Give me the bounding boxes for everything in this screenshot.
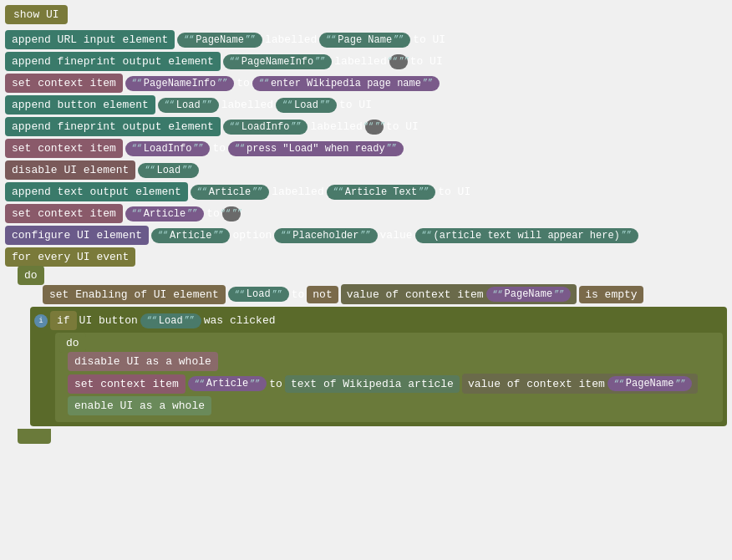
press-load-pill[interactable]: press "Load" when ready xyxy=(228,141,404,156)
set-enabling-block[interactable]: set Enabling of UI element xyxy=(43,285,226,304)
article-cfg-pill[interactable]: Article xyxy=(151,228,230,243)
append-fp2-text: append fineprint output element xyxy=(12,120,214,133)
to-ui-kw2: to UI xyxy=(410,55,443,68)
if-label-block: if xyxy=(50,311,77,330)
set-ctx1-row: set context item PageNameInfo to enter W… xyxy=(5,74,727,93)
is-empty-block[interactable]: is empty xyxy=(579,286,643,303)
if-header-row: i if UI button Load was clicked xyxy=(34,311,723,330)
append-txt-text: append text output element xyxy=(12,186,181,198)
set-ctx3-text: set context item xyxy=(12,207,116,220)
enable-whole-block[interactable]: enable UI as a whole xyxy=(68,396,211,415)
pagename-ctx-pill[interactable]: PageName xyxy=(486,287,572,302)
append-fp1-row: append fineprint output element PageName… xyxy=(5,52,727,71)
loadinfo-key-pill[interactable]: LoadInfo xyxy=(125,141,211,156)
empty-label2-pill[interactable] xyxy=(365,120,384,135)
placeholder-pill[interactable]: Placeholder xyxy=(274,228,377,243)
to-ui-kw5: to UI xyxy=(438,186,470,198)
set-ctx2-block[interactable]: set context item xyxy=(5,139,123,158)
set-ctx1-text: set context item xyxy=(12,77,116,89)
append-url-block[interactable]: append URL input element xyxy=(5,30,175,49)
load-disable-pill[interactable]: Load xyxy=(138,163,199,178)
append-fp2-row: append fineprint output element LoadInfo… xyxy=(5,117,727,136)
to-kw-enabling: to xyxy=(292,288,305,301)
pagenameinfoinfo-key-pill[interactable]: PageNameInfo xyxy=(125,76,234,91)
disable-el-block[interactable]: disable UI element xyxy=(5,160,135,180)
to-kw2: to xyxy=(212,142,226,155)
article-ctx-pill[interactable]: Article xyxy=(188,376,267,391)
set-enabling-text: set Enabling of UI element xyxy=(49,288,219,301)
value-of-text: value of context item xyxy=(347,288,484,301)
if-circle-icon: i xyxy=(34,314,48,328)
to-kw-article: to xyxy=(269,378,282,390)
set-ctx-article-row: set context item Article to text of Wiki… xyxy=(68,374,719,394)
if-container: i if UI button Load was clicked do disab… xyxy=(30,307,727,426)
value-kw: value xyxy=(380,229,413,242)
labelled-kw5: labelled xyxy=(272,186,323,198)
append-fp1-block[interactable]: append fineprint output element xyxy=(5,52,221,71)
append-btn-block[interactable]: append button element xyxy=(5,95,155,115)
value-of-pagename-block[interactable]: value of context item PageName xyxy=(462,374,698,394)
text-of-block[interactable]: text of Wikipedia article xyxy=(285,375,460,393)
for-every-block[interactable]: for every UI event xyxy=(5,247,135,267)
set-ctx2-row: set context item LoadInfo to press "Load… xyxy=(5,139,727,158)
labelled-kw4: labelled xyxy=(310,120,362,133)
outer-do-wrapper: do set Enabling of UI element Load to no… xyxy=(18,269,727,426)
article-key-pill[interactable]: Article xyxy=(125,206,204,221)
enter-wp-pill[interactable]: enter Wikipedia page name xyxy=(252,76,440,91)
show-ui-block[interactable]: show UI xyxy=(5,5,68,24)
append-fp1-text: append fineprint output element xyxy=(12,55,214,68)
load-enabling-pill[interactable]: Load xyxy=(228,287,289,302)
labelled-kw: labelled xyxy=(265,33,317,46)
labelled-kw3: labelled xyxy=(221,99,273,111)
article-text-label-pill[interactable]: Article Text xyxy=(327,185,435,200)
show-ui-row: show UI xyxy=(5,5,727,28)
labelled-kw2: labelled xyxy=(334,55,386,68)
append-btn-row: append button element Load labelled Load… xyxy=(5,95,727,115)
pagename-pill[interactable]: PageName xyxy=(177,33,262,48)
load-btn-pill[interactable]: Load xyxy=(140,313,201,328)
do-label-block: do xyxy=(18,266,44,285)
append-fp2-block[interactable]: append fineprint output element xyxy=(5,117,221,136)
disable-whole-row: disable UI as a whole xyxy=(68,352,719,371)
set-enabling-row: set Enabling of UI element Load to not v… xyxy=(43,284,727,304)
to-kw3: to xyxy=(206,207,220,220)
value-of-block[interactable]: value of context item PageName xyxy=(341,284,577,304)
ui-btn-text: UI button xyxy=(79,314,138,327)
disable-el-text: disable UI element xyxy=(12,164,129,176)
empty-label-pill[interactable] xyxy=(389,54,408,69)
enable-whole-row: enable UI as a whole xyxy=(68,396,719,415)
not-block[interactable]: not xyxy=(307,286,338,303)
pagename-ctx2-pill[interactable]: PageName xyxy=(607,376,693,391)
configure-block[interactable]: configure UI element xyxy=(5,226,149,245)
to-ui-kw: to UI xyxy=(413,33,445,46)
value-of-pagename-text: value of context item xyxy=(468,378,605,390)
pagenameinfoinfo-pill[interactable]: PageNameInfo xyxy=(223,54,332,69)
to-ui-kw4: to UI xyxy=(386,120,419,133)
to-kw1: to xyxy=(236,77,250,89)
page-name-label-pill[interactable]: Page Name xyxy=(319,33,410,48)
article-pill[interactable]: Article xyxy=(191,185,269,200)
was-clicked-kw: was clicked xyxy=(204,314,276,327)
append-txt-row: append text output element Article label… xyxy=(5,182,727,201)
disable-el-row: disable UI element Load xyxy=(5,160,727,180)
disable-whole-block[interactable]: disable UI as a whole xyxy=(68,352,218,371)
configure-row: configure UI element Article option Plac… xyxy=(5,226,727,245)
append-txt-block[interactable]: append text output element xyxy=(5,182,188,201)
empty-val-pill[interactable] xyxy=(222,206,241,221)
to-ui-kw3: to UI xyxy=(339,99,372,111)
set-ctx1-block[interactable]: set context item xyxy=(5,74,123,93)
inner-do-label: do xyxy=(59,333,86,353)
configure-text: configure UI element xyxy=(12,229,142,242)
set-ctx3-block[interactable]: set context item xyxy=(5,204,123,223)
inner-do-container: do disable UI as a whole set context ite… xyxy=(55,333,723,422)
set-ctx3-row: set context item Article to xyxy=(5,204,727,223)
set-ctx2-text: set context item xyxy=(12,142,116,155)
append-btn-text: append button element xyxy=(12,99,149,111)
load-pill[interactable]: Load xyxy=(158,98,219,113)
append-url-row: append URL input element PageName labell… xyxy=(5,30,727,49)
load-label-pill[interactable]: Load xyxy=(276,98,337,113)
for-every-row: for every UI event xyxy=(5,247,727,267)
article-appears-pill[interactable]: (article text will appear here) xyxy=(415,228,638,243)
loadinfo-pill[interactable]: LoadInfo xyxy=(223,120,308,135)
set-ctx-article-block[interactable]: set context item xyxy=(68,374,186,394)
